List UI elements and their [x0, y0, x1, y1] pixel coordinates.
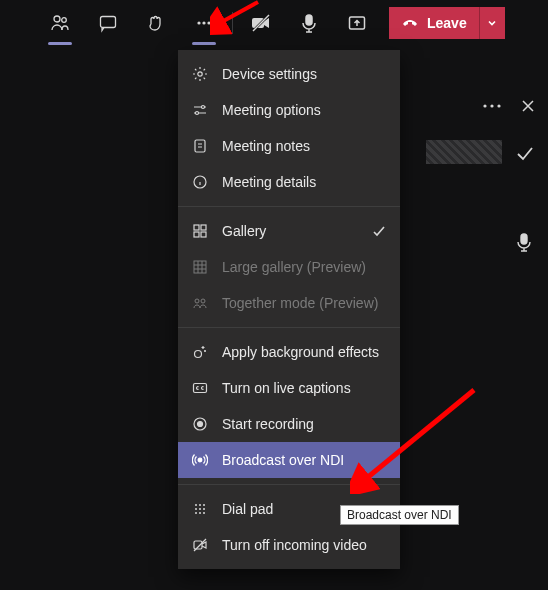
menu-turn-off-incoming-video[interactable]: Turn off incoming video: [178, 527, 400, 563]
svg-point-0: [54, 16, 60, 22]
svg-point-37: [203, 508, 205, 510]
svg-point-30: [198, 422, 203, 427]
menu-large-gallery: Large gallery (Preview): [178, 249, 400, 285]
menu-label: Turn off incoming video: [222, 537, 367, 553]
microphone-button[interactable]: [285, 3, 333, 43]
meeting-toolbar: Leave: [0, 0, 548, 46]
menu-label: Start recording: [222, 416, 314, 432]
sliders-icon: [192, 102, 214, 118]
svg-rect-18: [195, 140, 205, 152]
svg-point-11: [483, 104, 486, 107]
leave-button[interactable]: Leave: [389, 7, 479, 39]
video-off-icon: [192, 537, 214, 553]
chat-button[interactable]: [84, 3, 132, 43]
svg-point-12: [490, 104, 493, 107]
grid-2x2-icon: [192, 223, 214, 239]
svg-point-13: [497, 104, 500, 107]
svg-rect-23: [201, 232, 206, 237]
svg-rect-9: [306, 15, 312, 25]
redacted-field: [426, 140, 502, 164]
svg-point-39: [199, 512, 201, 514]
check-icon: [372, 224, 386, 238]
svg-point-4: [202, 21, 205, 24]
toolbar-separator: [232, 12, 233, 34]
menu-label: Meeting options: [222, 102, 321, 118]
svg-point-34: [203, 504, 205, 506]
menu-start-recording[interactable]: Start recording: [178, 406, 400, 442]
svg-point-15: [198, 72, 202, 76]
menu-label: Device settings: [222, 66, 317, 82]
menu-meeting-notes[interactable]: Meeting notes: [178, 128, 400, 164]
svg-rect-21: [201, 225, 206, 230]
confirm-check-button[interactable]: [514, 142, 536, 164]
menu-label: Meeting details: [222, 174, 316, 190]
menu-live-captions[interactable]: Turn on live captions: [178, 370, 400, 406]
svg-rect-14: [521, 234, 527, 244]
panel-close-button[interactable]: [518, 96, 538, 116]
tooltip-text: Broadcast over NDI: [347, 508, 452, 522]
participants-button[interactable]: [36, 3, 84, 43]
participant-mic-button[interactable]: [516, 232, 532, 252]
menu-separator: [178, 327, 400, 328]
svg-rect-28: [194, 384, 207, 393]
svg-rect-22: [194, 232, 199, 237]
sparkle-icon: [192, 344, 214, 360]
panel-controls: [480, 96, 538, 116]
menu-label: Broadcast over NDI: [222, 452, 344, 468]
svg-point-27: [195, 351, 202, 358]
svg-point-5: [207, 21, 210, 24]
grid-3x3-icon: [192, 259, 214, 275]
svg-point-25: [195, 299, 199, 303]
svg-point-35: [195, 508, 197, 510]
svg-point-26: [201, 299, 205, 303]
menu-label: Apply background effects: [222, 344, 379, 360]
menu-label: Large gallery (Preview): [222, 259, 366, 275]
menu-meeting-options[interactable]: Meeting options: [178, 92, 400, 128]
svg-point-38: [195, 512, 197, 514]
menu-separator: [178, 206, 400, 207]
svg-point-36: [199, 508, 201, 510]
menu-separator: [178, 484, 400, 485]
menu-broadcast-ndi[interactable]: Broadcast over NDI: [178, 442, 400, 478]
svg-rect-24: [194, 261, 206, 273]
menu-label: Dial pad: [222, 501, 273, 517]
menu-together-mode: Together mode (Preview): [178, 285, 400, 321]
menu-device-settings[interactable]: Device settings: [178, 56, 400, 92]
menu-label: Together mode (Preview): [222, 295, 378, 311]
svg-rect-2: [101, 17, 116, 28]
svg-point-16: [202, 106, 205, 109]
share-screen-button[interactable]: [333, 3, 381, 43]
tooltip-ndi: Broadcast over NDI: [340, 505, 459, 525]
leave-caret-button[interactable]: [479, 7, 505, 39]
menu-gallery[interactable]: Gallery: [178, 213, 400, 249]
record-icon: [192, 416, 214, 432]
raise-hand-button[interactable]: [132, 3, 180, 43]
gear-icon: [192, 66, 214, 82]
leave-button-group: Leave: [389, 7, 505, 39]
dialpad-icon: [192, 501, 214, 517]
svg-rect-20: [194, 225, 199, 230]
notes-icon: [192, 138, 214, 154]
menu-apply-background[interactable]: Apply background effects: [178, 334, 400, 370]
svg-point-31: [198, 458, 202, 462]
more-actions-button[interactable]: [180, 3, 228, 43]
broadcast-icon: [192, 452, 214, 468]
svg-point-1: [62, 18, 67, 23]
camera-off-button[interactable]: [237, 3, 285, 43]
menu-label: Meeting notes: [222, 138, 310, 154]
more-actions-menu: Device settings Meeting options Meeting …: [178, 50, 400, 569]
leave-label: Leave: [427, 15, 467, 31]
menu-meeting-details[interactable]: Meeting details: [178, 164, 400, 200]
svg-point-32: [195, 504, 197, 506]
svg-point-40: [203, 512, 205, 514]
info-icon: [192, 174, 214, 190]
menu-label: Turn on live captions: [222, 380, 351, 396]
cc-icon: [192, 380, 214, 396]
svg-point-3: [197, 21, 200, 24]
svg-point-33: [199, 504, 201, 506]
svg-point-17: [196, 112, 199, 115]
panel-more-button[interactable]: [480, 103, 504, 109]
menu-label: Gallery: [222, 223, 266, 239]
together-icon: [192, 295, 214, 311]
